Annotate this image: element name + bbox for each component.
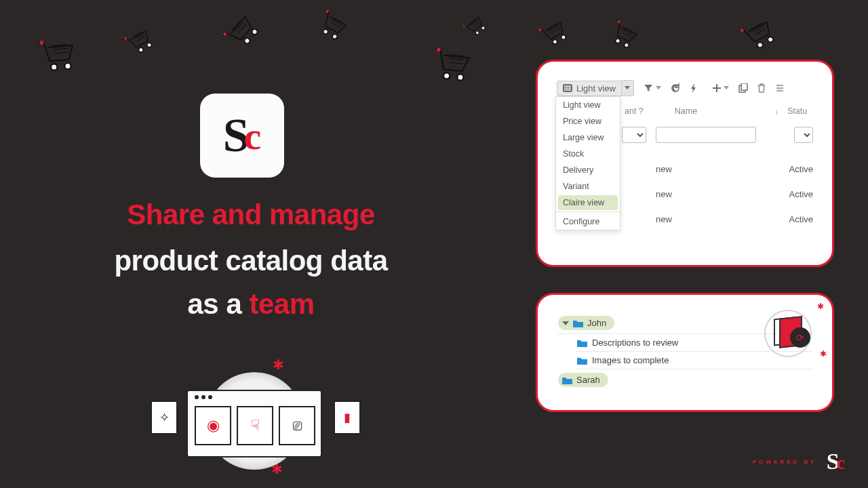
toolbar: Light view — [557, 79, 813, 97]
cart-icon — [606, 18, 642, 52]
svg-point-9 — [776, 84, 778, 86]
headline-line2: product catalog data — [41, 239, 461, 283]
footer: POWERED BY Sc — [753, 449, 845, 474]
cart-icon — [460, 12, 490, 41]
view-menu: Light view Price view Large view Stock D… — [555, 96, 620, 230]
folders-panel: John Descriptions to review Images to co… — [536, 293, 834, 412]
tree-folder-sarah[interactable]: Sarah — [557, 369, 813, 390]
bolt-icon[interactable] — [690, 83, 698, 93]
cart-icon — [430, 45, 474, 83]
view-selector-label: Light view — [576, 83, 616, 94]
apps-illustration: ✧ ◉ ☟ ⎚ ▮ — [163, 369, 346, 485]
view-menu-configure[interactable]: Configure — [556, 214, 620, 230]
view-menu-item[interactable]: Price view — [556, 113, 620, 129]
view-menu-item[interactable]: Delivery — [556, 162, 620, 178]
view-menu-item-selected[interactable]: Claire view — [558, 195, 618, 210]
svg-rect-4 — [564, 86, 571, 87]
filter-icon[interactable] — [644, 83, 653, 93]
chevron-down-icon — [562, 321, 569, 326]
column-status[interactable]: ↓Statu — [785, 106, 813, 116]
plus-icon[interactable] — [713, 84, 721, 92]
trash-icon[interactable] — [757, 83, 766, 93]
sliders-icon[interactable] — [775, 83, 785, 93]
folder-icon — [577, 339, 587, 347]
headline-line1: Share and manage — [41, 193, 461, 237]
view-menu-item[interactable]: Light view — [556, 97, 620, 113]
variant-filter-select[interactable] — [622, 127, 646, 143]
folder-icon — [577, 357, 587, 365]
sort-desc-icon: ↓ — [775, 107, 779, 115]
powered-by-label: POWERED BY — [753, 459, 817, 465]
view-selector-button[interactable]: Light view — [557, 81, 622, 96]
app-logo: Sc — [200, 94, 284, 178]
view-menu-item[interactable]: Variant — [556, 178, 620, 195]
svg-point-10 — [781, 87, 783, 89]
copy-icon[interactable] — [738, 83, 748, 93]
chevron-down-icon[interactable] — [656, 86, 661, 90]
status-filter-select[interactable] — [794, 127, 813, 143]
cart-icon — [736, 14, 781, 55]
folder-icon — [562, 376, 572, 384]
footer-logo: Sc — [827, 449, 845, 474]
view-menu-item[interactable]: Stock — [556, 146, 620, 162]
chevron-down-icon — [625, 86, 630, 90]
svg-point-11 — [778, 89, 780, 92]
refresh-icon[interactable] — [671, 83, 680, 93]
views-panel: Light view Light view Price view Large v… — [536, 60, 834, 267]
binder-illustration: ✱ ⟳ ✱ — [760, 307, 820, 361]
svg-rect-6 — [564, 89, 571, 90]
column-name[interactable]: Name — [672, 106, 774, 116]
column-variant[interactable]: ant ? — [622, 106, 646, 116]
cart-icon — [313, 7, 351, 43]
view-selector-caret[interactable] — [622, 80, 634, 96]
cart-icon — [35, 37, 78, 73]
name-filter-input[interactable] — [656, 127, 756, 143]
cart-icon — [535, 16, 572, 51]
headline: Share and manage product catalog data as… — [41, 193, 461, 326]
cart-icon — [219, 9, 263, 54]
chevron-down-icon[interactable] — [724, 86, 729, 90]
list-icon — [563, 84, 572, 92]
folder-icon — [573, 319, 583, 327]
view-menu-item[interactable]: Large view — [556, 129, 620, 146]
svg-rect-5 — [564, 87, 571, 88]
cart-icon — [121, 24, 157, 58]
svg-rect-8 — [741, 83, 747, 90]
headline-line3: as a team — [41, 283, 461, 326]
